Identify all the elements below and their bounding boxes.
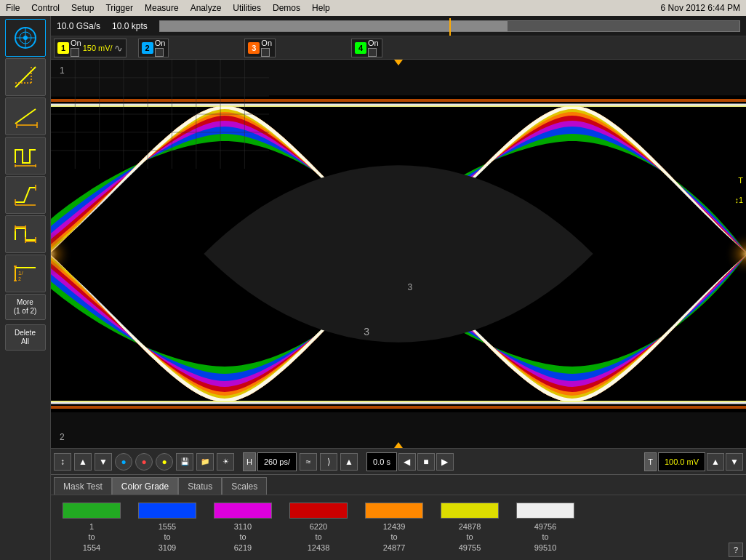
tab-mask-test[interactable]: Mask Test: [54, 477, 112, 495]
legend-color-5: [365, 503, 423, 519]
legend-color-4: [289, 503, 348, 519]
trigger-t-marker: T: [738, 176, 743, 185]
bottom-controls: ↕ ▲ ▼ ● ● ● 💾 📁 ☀ H 260 ps/ ≈ ⟩ ▲ 0.0 s …: [51, 448, 746, 474]
trigger-section: T 100.0 mV ▲ ▼: [644, 452, 743, 471]
channel-4-group[interactable]: 4 On: [351, 39, 382, 57]
voltage-step-icon: 1/ 2: [12, 260, 39, 287]
ch1-checkbox[interactable]: [71, 48, 79, 57]
channel-1-marker: ↕1: [734, 196, 743, 204]
trig-up-button[interactable]: ▲: [707, 453, 724, 471]
horiz-value[interactable]: 260 ps/: [257, 452, 297, 471]
horizontal-measure-icon: [12, 103, 39, 129]
channel-2-group[interactable]: 2 On: [138, 39, 169, 57]
time-section: 0.0 s ◀ ■ ▶: [366, 452, 454, 471]
help-button[interactable]: ?: [729, 543, 743, 557]
scope-logo-button[interactable]: [5, 19, 46, 57]
time-left-button[interactable]: ◀: [398, 453, 416, 471]
red-circle-button[interactable]: ●: [135, 453, 153, 471]
menu-bar: File Control Setup Trigger Measure Analy…: [0, 0, 746, 16]
menu-demos[interactable]: Demos: [273, 3, 300, 13]
horiz-label: H: [243, 452, 256, 471]
menu-file[interactable]: File: [6, 3, 20, 13]
legend-text-4: 6220to12438: [308, 521, 330, 553]
pulse-tool-button[interactable]: [5, 137, 46, 175]
ch1-state: On: [71, 39, 81, 47]
tab-scales[interactable]: Scales: [222, 477, 267, 495]
legend-item-3: 3110to6219: [214, 503, 272, 553]
menu-analyze[interactable]: Analyze: [190, 3, 222, 13]
ch2-state: On: [155, 39, 166, 47]
svg-text:2: 2: [18, 276, 21, 281]
vert-arrow-button[interactable]: ↕: [54, 453, 71, 471]
menu-control[interactable]: Control: [31, 3, 60, 13]
ch4-number: 4: [355, 42, 366, 54]
tabs-bar: Mask Test Color Grade Status Scales: [51, 474, 746, 495]
scope-logo-icon: [12, 25, 39, 51]
ch3-checkbox[interactable]: [261, 48, 270, 57]
circle-button[interactable]: ●: [115, 453, 132, 471]
wave-plus-button[interactable]: ⟩: [320, 453, 337, 471]
svg-point-4: [23, 36, 28, 40]
ch3-number: 3: [248, 42, 260, 54]
rise-time-icon: [12, 182, 39, 208]
tab-status[interactable]: Status: [178, 477, 222, 495]
legend-text-3: 3110to6219: [234, 521, 252, 553]
voltage-step-button[interactable]: 1/ 2: [5, 255, 46, 292]
wave-minus-button[interactable]: ≈: [300, 453, 317, 471]
eye-diagram-canvas: [51, 60, 746, 448]
menu-measure[interactable]: Measure: [145, 3, 179, 13]
save-wave-button[interactable]: 💾: [176, 453, 193, 471]
svg-line-5: [15, 67, 36, 87]
channel-1-group[interactable]: 1 On 150 mV/ ∿: [54, 39, 127, 57]
progress-marker: [449, 18, 451, 36]
brightness-button[interactable]: ☀: [217, 453, 234, 471]
legend-color-2: [138, 503, 196, 519]
legend-text-7: 49756to99510: [534, 521, 557, 553]
time-stop-button[interactable]: ■: [417, 453, 435, 471]
ch4-state: On: [368, 39, 379, 47]
datetime-display: 6 Nov 2012 6:44 PM: [661, 3, 740, 13]
more-button[interactable]: More (1 of 2): [5, 294, 46, 320]
trig-value[interactable]: 100.0 mV: [658, 452, 705, 471]
scroll-up-button[interactable]: ▲: [74, 453, 92, 471]
channel-3-group[interactable]: 3 On: [244, 39, 276, 57]
svg-line-8: [15, 109, 36, 124]
top-info-bar: 10.0 GSa/s 10.0 kpts: [51, 16, 746, 36]
ch2-checkbox[interactable]: [155, 48, 164, 57]
yellow-circle-button[interactable]: ●: [156, 453, 173, 471]
delete-all-button[interactable]: Delete All: [5, 324, 46, 351]
sample-rate: 10.0 GSa/s: [57, 21, 100, 31]
menu-trigger[interactable]: Trigger: [105, 3, 133, 13]
menu-utilities[interactable]: Utilities: [233, 3, 261, 13]
menu-help[interactable]: Help: [312, 3, 330, 13]
recall-button[interactable]: 📁: [196, 453, 214, 471]
points-count: 10.0 kpts: [112, 21, 148, 31]
step-tool-button[interactable]: [5, 215, 46, 253]
legend-color-6: [441, 503, 499, 519]
diagonal-tool-button[interactable]: [5, 58, 46, 96]
time-value[interactable]: 0.0 s: [366, 452, 397, 471]
trig-down-button[interactable]: ▼: [726, 453, 743, 471]
horizontal-section: H 260 ps/: [243, 452, 297, 471]
up-arrow-button[interactable]: ▲: [340, 453, 358, 471]
menu-setup[interactable]: Setup: [71, 3, 94, 13]
ch3-state: On: [261, 39, 272, 47]
ch1-value: 150 mV/: [83, 44, 113, 52]
legend-text-5: 12439to24877: [383, 521, 406, 553]
legend-item-2: 1555to3109: [138, 503, 196, 553]
scroll-down-button[interactable]: ▼: [95, 453, 112, 471]
ch1-wave-icon: ∿: [114, 42, 123, 54]
svg-text:1/: 1/: [18, 270, 23, 276]
rise-time-button[interactable]: [5, 176, 46, 214]
tab-color-grade[interactable]: Color Grade: [112, 477, 178, 495]
ch1-number: 1: [57, 42, 69, 54]
more-label: More (1 of 2): [14, 298, 37, 316]
scope-label-2: 2: [60, 432, 65, 442]
legend-color-7: [516, 503, 574, 519]
top-trigger-marker: [394, 60, 403, 65]
bottom-trigger-marker: [394, 442, 403, 448]
ch4-checkbox[interactable]: [368, 48, 377, 57]
time-right-button[interactable]: ▶: [436, 453, 454, 471]
scope-label-1: 1: [60, 65, 65, 76]
horizontal-measure-button[interactable]: [5, 97, 46, 135]
